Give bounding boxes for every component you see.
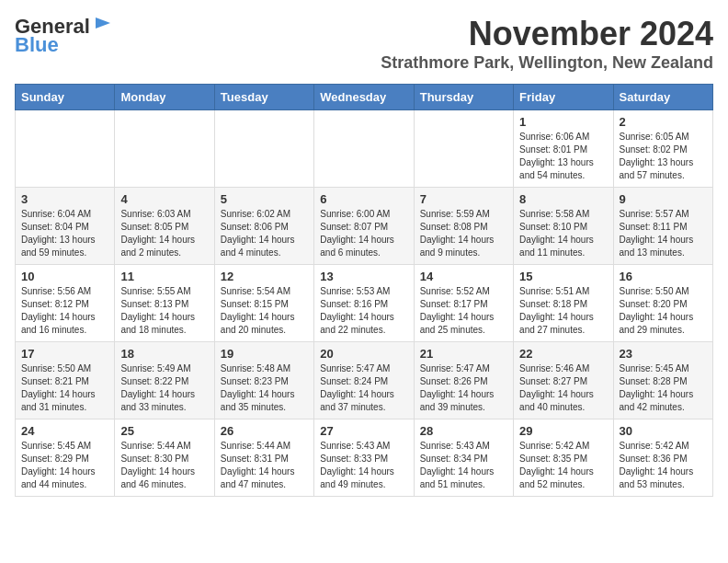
svg-marker-0	[96, 17, 110, 29]
calendar-cell: 30Sunrise: 5:42 AM Sunset: 8:36 PM Dayli…	[613, 419, 712, 497]
day-number: 8	[519, 192, 607, 206]
calendar-cell: 5Sunrise: 6:02 AM Sunset: 8:06 PM Daylig…	[214, 188, 313, 265]
header-cell-saturday: Saturday	[613, 85, 712, 110]
calendar-cell: 8Sunrise: 5:58 AM Sunset: 8:10 PM Daylig…	[514, 188, 613, 265]
day-number: 9	[620, 192, 707, 206]
day-number: 1	[519, 115, 607, 129]
day-number: 7	[420, 192, 507, 206]
calendar-cell: 11Sunrise: 5:55 AM Sunset: 8:13 PM Dayli…	[115, 265, 214, 342]
calendar-cell: 4Sunrise: 6:03 AM Sunset: 8:05 PM Daylig…	[115, 188, 214, 265]
day-number: 18	[120, 347, 208, 361]
day-number: 20	[320, 347, 407, 361]
day-info: Sunrise: 5:47 AM Sunset: 8:24 PM Dayligh…	[320, 362, 407, 414]
calendar-cell: 18Sunrise: 5:49 AM Sunset: 8:22 PM Dayli…	[115, 342, 214, 419]
day-info: Sunrise: 6:03 AM Sunset: 8:05 PM Dayligh…	[120, 208, 208, 259]
day-info: Sunrise: 5:49 AM Sunset: 8:22 PM Dayligh…	[120, 362, 208, 414]
day-number: 3	[21, 192, 108, 206]
day-number: 4	[120, 192, 208, 206]
day-info: Sunrise: 5:52 AM Sunset: 8:17 PM Dayligh…	[420, 285, 507, 337]
header-cell-friday: Friday	[514, 85, 613, 110]
day-number: 5	[221, 192, 308, 206]
calendar-cell: 10Sunrise: 5:56 AM Sunset: 8:12 PM Dayli…	[16, 265, 115, 342]
day-info: Sunrise: 5:48 AM Sunset: 8:23 PM Dayligh…	[221, 362, 308, 414]
header-cell-sunday: Sunday	[16, 85, 115, 110]
day-number: 30	[620, 424, 707, 438]
day-info: Sunrise: 5:47 AM Sunset: 8:26 PM Dayligh…	[420, 362, 507, 414]
calendar-cell: 22Sunrise: 5:46 AM Sunset: 8:27 PM Dayli…	[514, 342, 613, 419]
header: General Blue November 2024 Strathmore Pa…	[15, 15, 713, 73]
day-number: 28	[420, 424, 507, 438]
day-number: 15	[519, 270, 607, 283]
calendar-cell: 3Sunrise: 6:04 AM Sunset: 8:04 PM Daylig…	[16, 188, 115, 265]
calendar-cell: 14Sunrise: 5:52 AM Sunset: 8:17 PM Dayli…	[414, 265, 513, 342]
day-number: 22	[519, 347, 607, 361]
day-info: Sunrise: 6:05 AM Sunset: 8:02 PM Dayligh…	[620, 131, 707, 182]
calendar-cell: 28Sunrise: 5:43 AM Sunset: 8:34 PM Dayli…	[414, 419, 513, 497]
day-number: 10	[21, 270, 108, 283]
day-info: Sunrise: 5:45 AM Sunset: 8:29 PM Dayligh…	[21, 440, 108, 491]
title-section: November 2024 Strathmore Park, Wellingto…	[381, 15, 713, 73]
day-number: 6	[320, 192, 407, 206]
calendar-cell: 25Sunrise: 5:44 AM Sunset: 8:30 PM Dayli…	[115, 419, 214, 497]
day-number: 24	[21, 424, 108, 438]
day-info: Sunrise: 5:56 AM Sunset: 8:12 PM Dayligh…	[21, 285, 108, 337]
calendar-cell: 29Sunrise: 5:42 AM Sunset: 8:35 PM Dayli…	[514, 419, 613, 497]
day-number: 19	[221, 347, 308, 361]
calendar-cell: 2Sunrise: 6:05 AM Sunset: 8:02 PM Daylig…	[613, 110, 712, 188]
calendar-cell: 23Sunrise: 5:45 AM Sunset: 8:28 PM Dayli…	[613, 342, 712, 419]
calendar-title: November 2024	[381, 15, 713, 53]
day-number: 21	[420, 347, 507, 361]
calendar-week-row: 24Sunrise: 5:45 AM Sunset: 8:29 PM Dayli…	[16, 419, 713, 497]
header-cell-thursday: Thursday	[414, 85, 513, 110]
day-info: Sunrise: 5:42 AM Sunset: 8:35 PM Dayligh…	[519, 440, 607, 491]
day-info: Sunrise: 6:06 AM Sunset: 8:01 PM Dayligh…	[519, 131, 607, 182]
calendar-cell: 13Sunrise: 5:53 AM Sunset: 8:16 PM Dayli…	[314, 265, 414, 342]
day-info: Sunrise: 5:51 AM Sunset: 8:18 PM Dayligh…	[519, 285, 607, 337]
day-info: Sunrise: 5:43 AM Sunset: 8:34 PM Dayligh…	[420, 440, 507, 491]
calendar-cell: 17Sunrise: 5:50 AM Sunset: 8:21 PM Dayli…	[16, 342, 115, 419]
day-number: 13	[320, 270, 407, 283]
calendar-week-row: 3Sunrise: 6:04 AM Sunset: 8:04 PM Daylig…	[16, 188, 713, 265]
calendar-cell: 27Sunrise: 5:43 AM Sunset: 8:33 PM Dayli…	[314, 419, 414, 497]
calendar-table: SundayMondayTuesdayWednesdayThursdayFrid…	[15, 84, 713, 497]
day-info: Sunrise: 6:00 AM Sunset: 8:07 PM Dayligh…	[320, 208, 407, 259]
day-info: Sunrise: 5:53 AM Sunset: 8:16 PM Dayligh…	[320, 285, 407, 337]
day-number: 27	[320, 424, 407, 438]
calendar-week-row: 1Sunrise: 6:06 AM Sunset: 8:01 PM Daylig…	[16, 110, 713, 188]
day-number: 25	[120, 424, 208, 438]
day-info: Sunrise: 5:42 AM Sunset: 8:36 PM Dayligh…	[620, 440, 707, 491]
calendar-cell: 1Sunrise: 6:06 AM Sunset: 8:01 PM Daylig…	[514, 110, 613, 188]
day-number: 23	[620, 347, 707, 361]
calendar-week-row: 10Sunrise: 5:56 AM Sunset: 8:12 PM Dayli…	[16, 265, 713, 342]
day-info: Sunrise: 5:55 AM Sunset: 8:13 PM Dayligh…	[120, 285, 208, 337]
day-info: Sunrise: 5:54 AM Sunset: 8:15 PM Dayligh…	[221, 285, 308, 337]
calendar-cell: 21Sunrise: 5:47 AM Sunset: 8:26 PM Dayli…	[414, 342, 513, 419]
day-info: Sunrise: 6:02 AM Sunset: 8:06 PM Dayligh…	[221, 208, 308, 259]
day-info: Sunrise: 5:50 AM Sunset: 8:20 PM Dayligh…	[620, 285, 707, 337]
day-number: 11	[120, 270, 208, 283]
header-row: SundayMondayTuesdayWednesdayThursdayFrid…	[16, 85, 713, 110]
calendar-cell	[314, 110, 414, 188]
header-cell-wednesday: Wednesday	[314, 85, 414, 110]
header-cell-tuesday: Tuesday	[214, 85, 313, 110]
calendar-cell: 7Sunrise: 5:59 AM Sunset: 8:08 PM Daylig…	[414, 188, 513, 265]
day-info: Sunrise: 5:58 AM Sunset: 8:10 PM Dayligh…	[519, 208, 607, 259]
day-info: Sunrise: 6:04 AM Sunset: 8:04 PM Dayligh…	[21, 208, 108, 259]
day-info: Sunrise: 5:44 AM Sunset: 8:31 PM Dayligh…	[221, 440, 308, 491]
day-number: 14	[420, 270, 507, 283]
calendar-subtitle: Strathmore Park, Wellington, New Zealand	[381, 53, 713, 73]
calendar-cell: 12Sunrise: 5:54 AM Sunset: 8:15 PM Dayli…	[214, 265, 313, 342]
day-info: Sunrise: 5:45 AM Sunset: 8:28 PM Dayligh…	[620, 362, 707, 414]
logo-blue: Blue	[15, 33, 59, 57]
day-info: Sunrise: 5:57 AM Sunset: 8:11 PM Dayligh…	[620, 208, 707, 259]
calendar-cell: 15Sunrise: 5:51 AM Sunset: 8:18 PM Dayli…	[514, 265, 613, 342]
calendar-week-row: 17Sunrise: 5:50 AM Sunset: 8:21 PM Dayli…	[16, 342, 713, 419]
day-number: 26	[221, 424, 308, 438]
calendar-cell	[115, 110, 214, 188]
calendar-body: 1Sunrise: 6:06 AM Sunset: 8:01 PM Daylig…	[16, 110, 713, 497]
day-number: 29	[519, 424, 607, 438]
calendar-header: SundayMondayTuesdayWednesdayThursdayFrid…	[16, 85, 713, 110]
logo-flag-icon	[92, 16, 112, 34]
day-number: 12	[221, 270, 308, 283]
calendar-cell: 19Sunrise: 5:48 AM Sunset: 8:23 PM Dayli…	[214, 342, 313, 419]
